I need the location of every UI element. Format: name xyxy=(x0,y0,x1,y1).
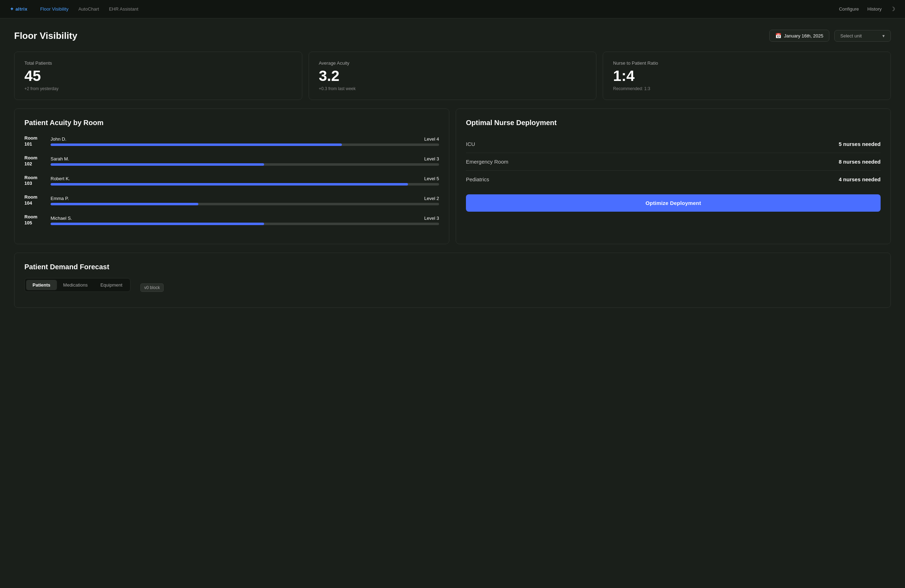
patient-name-102: Sarah M. xyxy=(51,156,69,162)
deployment-unit-peds: Pediatrics xyxy=(466,176,489,182)
unit-select[interactable]: Select unit ▾ xyxy=(834,30,891,42)
page-title: Floor Visibility xyxy=(14,30,78,41)
stat-sub-total: +2 from yesterday xyxy=(24,86,292,91)
progress-track-104 xyxy=(51,203,439,205)
nav-autochart[interactable]: AutoChart xyxy=(78,5,99,13)
acuity-card: Patient Acuity by Room Room101 John D. L… xyxy=(14,108,449,244)
nav-right: Configure History ☽ xyxy=(839,6,895,13)
stat-label-total: Total Patients xyxy=(24,60,292,66)
configure-link[interactable]: Configure xyxy=(839,6,859,12)
room-label-101: Room101 xyxy=(24,135,46,147)
room-row-102: Room102 Sarah M. Level 3 xyxy=(24,155,439,167)
progress-fill-102 xyxy=(51,163,264,166)
room-label-105: Room105 xyxy=(24,214,46,226)
level-103: Level 5 xyxy=(424,176,439,181)
progress-fill-104 xyxy=(51,203,198,205)
dark-mode-icon[interactable]: ☽ xyxy=(890,6,895,13)
level-101: Level 4 xyxy=(424,136,439,142)
logo: ✦ altrix xyxy=(10,6,28,12)
room-detail-103: Robert K. Level 5 xyxy=(51,176,439,185)
unit-placeholder: Select unit xyxy=(840,33,862,38)
room-detail-102: Sarah M. Level 3 xyxy=(51,156,439,166)
stat-sub-acuity: +0.3 from last week xyxy=(319,86,586,91)
tab-medications[interactable]: Medications xyxy=(57,280,94,290)
tab-patients[interactable]: Patients xyxy=(26,280,57,290)
date-picker[interactable]: 📅 January 16th, 2025 xyxy=(769,30,829,42)
stat-card-nurse-ratio: Nurse to Patient Ratio 1:4 Recommended: … xyxy=(603,52,891,100)
patient-name-104: Emma P. xyxy=(51,196,69,201)
chevron-down-icon: ▾ xyxy=(882,33,885,38)
room-label-104: Room104 xyxy=(24,194,46,206)
forecast-title: Patient Demand Forecast xyxy=(24,263,881,271)
header-controls: 📅 January 16th, 2025 Select unit ▾ xyxy=(769,30,891,42)
deployment-row-icu: ICU 5 nurses needed xyxy=(466,135,881,153)
nav-links: Floor Visibility AutoChart EHR Assistant xyxy=(40,5,839,13)
stat-sub-ratio: Recommended: 1:3 xyxy=(613,86,881,91)
stat-card-average-acuity: Average Acuity 3.2 +0.3 from last week xyxy=(309,52,597,100)
optimize-deployment-button[interactable]: Optimize Deployment xyxy=(466,194,881,212)
stat-value-ratio: 1:4 xyxy=(613,68,881,83)
level-104: Level 2 xyxy=(424,196,439,201)
forecast-tabs: Patients Medications Equipment xyxy=(24,278,130,292)
room-row-101: Room101 John D. Level 4 xyxy=(24,135,439,147)
room-row-103: Room103 Robert K. Level 5 xyxy=(24,175,439,187)
room-detail-104: Emma P. Level 2 xyxy=(51,196,439,205)
stat-cards: Total Patients 45 +2 from yesterday Aver… xyxy=(14,52,891,100)
room-row-105: Room105 Michael S. Level 3 xyxy=(24,214,439,226)
deployment-count-icu: 5 nurses needed xyxy=(839,141,881,147)
nav-floor-visibility[interactable]: Floor Visibility xyxy=(40,5,68,13)
level-105: Level 3 xyxy=(424,216,439,221)
acuity-title: Patient Acuity by Room xyxy=(24,119,439,127)
calendar-icon: 📅 xyxy=(775,33,781,38)
date-value: January 16th, 2025 xyxy=(784,33,823,38)
stat-value-total: 45 xyxy=(24,68,292,83)
room-label-103: Room103 xyxy=(24,175,46,187)
tab-equipment[interactable]: Equipment xyxy=(94,280,129,290)
stat-label-acuity: Average Acuity xyxy=(319,60,586,66)
progress-track-105 xyxy=(51,223,439,225)
level-102: Level 3 xyxy=(424,156,439,162)
header-row: Floor Visibility 📅 January 16th, 2025 Se… xyxy=(14,30,891,42)
deployment-unit-er: Emergency Room xyxy=(466,158,508,165)
progress-track-101 xyxy=(51,143,439,146)
deployment-row-peds: Pediatrics 4 nurses needed xyxy=(466,171,881,188)
main-content: Floor Visibility 📅 January 16th, 2025 Se… xyxy=(0,18,905,319)
progress-fill-105 xyxy=(51,223,264,225)
deployment-card: Optimal Nurse Deployment ICU 5 nurses ne… xyxy=(456,108,891,244)
room-row-104: Room104 Emma P. Level 2 xyxy=(24,194,439,206)
patient-name-103: Robert K. xyxy=(51,176,70,181)
stat-label-ratio: Nurse to Patient Ratio xyxy=(613,60,881,66)
stat-value-acuity: 3.2 xyxy=(319,68,586,83)
room-detail-101: John D. Level 4 xyxy=(51,136,439,146)
progress-track-102 xyxy=(51,163,439,166)
stat-card-total-patients: Total Patients 45 +2 from yesterday xyxy=(14,52,302,100)
nav-ehr-assistant[interactable]: EHR Assistant xyxy=(109,5,138,13)
forecast-card: Patient Demand Forecast Patients Medicat… xyxy=(14,253,891,308)
patient-name-105: Michael S. xyxy=(51,216,72,221)
room-label-102: Room102 xyxy=(24,155,46,167)
deployment-count-er: 8 nurses needed xyxy=(839,158,881,165)
patient-name-101: John D. xyxy=(51,136,67,142)
v0-badge: v0 block xyxy=(140,284,164,292)
progress-fill-101 xyxy=(51,143,342,146)
progress-fill-103 xyxy=(51,183,408,185)
deployment-title: Optimal Nurse Deployment xyxy=(466,119,881,127)
deployment-row-er: Emergency Room 8 nurses needed xyxy=(466,153,881,171)
history-link[interactable]: History xyxy=(867,6,882,12)
deployment-unit-icu: ICU xyxy=(466,141,475,147)
navbar: ✦ altrix Floor Visibility AutoChart EHR … xyxy=(0,0,905,18)
progress-track-103 xyxy=(51,183,439,185)
deployment-count-peds: 4 nurses needed xyxy=(839,176,881,182)
room-detail-105: Michael S. Level 3 xyxy=(51,216,439,225)
lower-grid: Patient Acuity by Room Room101 John D. L… xyxy=(14,108,891,244)
